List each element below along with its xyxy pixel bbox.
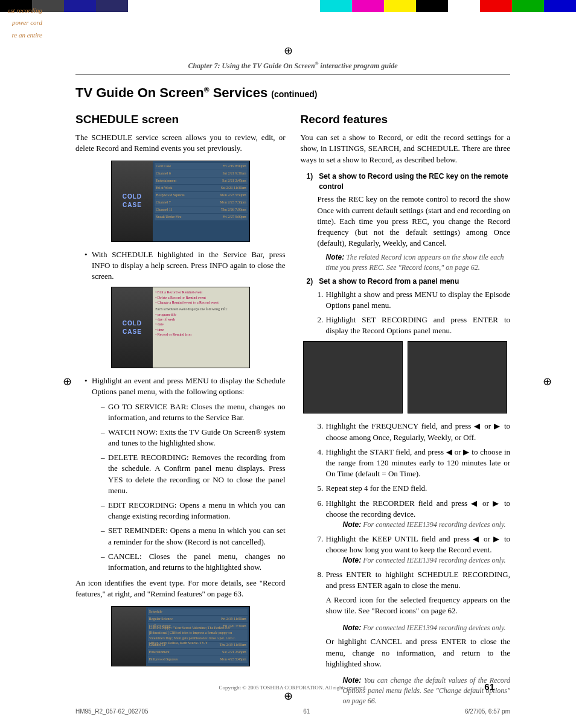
divider (75, 74, 510, 75)
schedule-screenshot-1: COLDCASE Cold CaseFri 2/19 8:00pm Channe… (111, 161, 250, 242)
step-7: Highlight the KEEP UNTIL field and press… (318, 534, 511, 566)
step-1: Highlight a show and press MENU to displ… (318, 289, 511, 311)
opt-watch: WATCH NOW: Exits the TV Guide On Screen®… (101, 427, 286, 449)
opt-delete: DELETE RECORDING: Removes the recording … (101, 452, 286, 496)
record-method-1-body: Press the REC key on the remote control … (301, 194, 511, 249)
left-column: SCHEDULE screen The SCHEDULE service scr… (75, 112, 286, 710)
schedule-screenshot-2: COLDCASE • Edit a Record or Remind event… (111, 287, 250, 368)
record-method-1-note: Note: The related Record icon appears on… (301, 252, 511, 273)
page-title: TV Guide On Screen® Services (continued) (75, 84, 510, 103)
margin-bleed-text: est recording power cord re an entire (0, 6, 42, 43)
step-3: Highlight the FREQUENCY field, and press… (318, 421, 511, 442)
schedule-tail: An icon identifies the event type. For m… (75, 578, 286, 599)
print-footer: HM95_R2_057-62_062705 61 6/27/05, 6:57 p… (75, 707, 510, 716)
chapter-header: Chapter 7: Using the TV Guide On Screen®… (75, 60, 510, 71)
step-2: Highlight SET RECORDING and press ENTER … (318, 315, 511, 336)
record-method-1-heading: 1) Set a show to Record using the REC ke… (301, 171, 511, 192)
print-color-bar (0, 0, 576, 12)
step-5: Repeat step 4 for the END field. (318, 483, 511, 494)
right-column: Record features You can set a show to Re… (301, 112, 511, 710)
opt-reminder: SET REMINDER: Opens a menu in which you … (101, 525, 286, 547)
copyright: Copyright © 2005 TOSHIBA CORPORATION. Al… (75, 684, 510, 692)
page-number: 61 (484, 680, 494, 693)
schedule-intro: The SCHEDULE service screen allows you t… (75, 132, 286, 154)
record-method-2-heading: 2) Set a show to Record from a panel men… (301, 276, 511, 287)
schedule-heading: SCHEDULE screen (75, 112, 286, 128)
registration-mark-top: ⊕ (284, 43, 293, 59)
registration-mark-left: ⊕ (63, 374, 72, 389)
registration-mark-right: ⊕ (543, 374, 552, 389)
schedule-screenshot-3: Schedule Regular ScienceFri 2/19 11:00am… (111, 606, 250, 666)
record-intro: You can set a show to Record, or edit th… (301, 132, 511, 165)
opt-goto: GO TO SERVICE BAR: Closes the menu, chan… (101, 401, 286, 423)
schedule-bullet-2: Highlight an event and press MENU to dis… (85, 375, 286, 573)
step-6: Highlight the RECORDER field and press ◀… (318, 498, 511, 530)
opt-cancel: CANCEL: Closes the panel menu, changes n… (101, 551, 286, 573)
record-screenshots (301, 341, 511, 413)
schedule-bullet-1: With SCHEDULE highlighted in the Service… (85, 249, 286, 283)
opt-edit: EDIT RECORDING: Opens a menu in which yo… (101, 500, 286, 522)
step-4: Highlight the START field, and press ◀ o… (318, 447, 511, 480)
record-heading: Record features (301, 112, 511, 128)
